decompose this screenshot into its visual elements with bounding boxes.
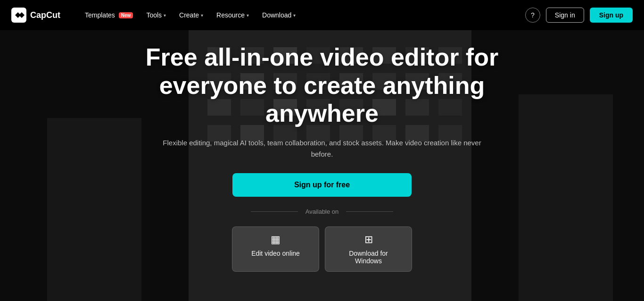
nav-download-label: Download [262,11,291,19]
windows-icon: ⊞ [364,234,373,246]
nav-templates-label: Templates [85,11,115,19]
edit-online-icon: ▦ [271,234,281,246]
nav-create-label: Create [179,11,199,19]
resource-chevron-icon: ▾ [247,13,249,18]
hero-content: Free all-in-one video editor for everyon… [110,29,534,272]
nav-links: Templates New Tools ▾ Create ▾ Resource … [79,8,510,23]
nav-create[interactable]: Create ▾ [173,8,209,23]
available-on-label: Available on [251,208,394,215]
hero-title: Free all-in-one video editor for everyon… [110,43,534,128]
signup-cta-button[interactable]: Sign up for free [232,173,412,197]
capcut-logo-icon [11,8,26,23]
help-button[interactable]: ? [525,8,540,23]
nav-tools[interactable]: Tools ▾ [140,8,172,23]
help-icon: ? [531,11,535,19]
logo[interactable]: CapCut [11,8,60,23]
logo-text: CapCut [30,10,60,20]
templates-new-badge: New [119,12,133,18]
nav-tools-label: Tools [146,11,162,19]
edit-online-button[interactable]: ▦ Edit video online [232,226,319,272]
nav-templates[interactable]: Templates New [79,8,139,23]
hero-subtitle: Flexible editing, magical AI tools, team… [162,137,482,160]
nav-resource[interactable]: Resource ▾ [211,8,255,23]
download-windows-button[interactable]: ⊞ Download for Windows [325,226,412,272]
signin-button[interactable]: Sign in [546,8,584,23]
platform-buttons: ▦ Edit video online ⊞ Download for Windo… [232,226,412,272]
navbar: CapCut Templates New Tools ▾ Create ▾ Re… [0,0,644,30]
signup-button[interactable]: Sign up [590,8,633,23]
nav-right: ? Sign in Sign up [525,8,633,23]
download-chevron-icon: ▾ [293,13,296,18]
nav-download[interactable]: Download ▾ [256,8,301,23]
tools-chevron-icon: ▾ [164,13,166,18]
nav-resource-label: Resource [216,11,245,19]
create-chevron-icon: ▾ [201,13,203,18]
edit-online-label: Edit video online [251,250,300,257]
download-windows-label: Download for Windows [339,250,398,265]
hero-section: Free all-in-one video editor for everyon… [0,0,644,301]
